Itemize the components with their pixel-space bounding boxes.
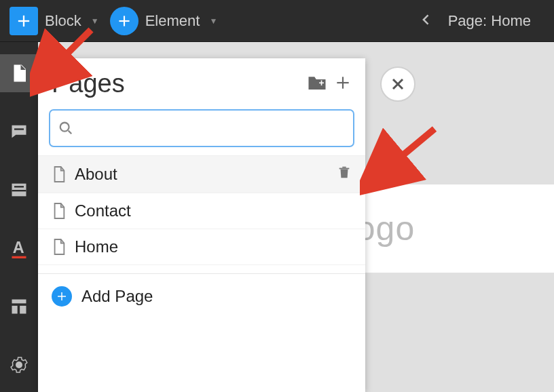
svg-point-12 [60,123,69,132]
svg-line-13 [69,131,72,134]
sidebar-item-sections[interactable] [0,171,38,209]
svg-rect-3 [12,190,26,191]
svg-rect-7 [12,306,18,314]
sidebar-item-layout[interactable] [0,288,38,326]
plus-icon[interactable] [334,74,352,94]
chevron-left-icon [420,9,433,33]
search-icon [58,121,73,136]
sidebar-item-pages[interactable] [0,54,38,92]
search-container [38,105,365,155]
page-name: Home [75,237,118,256]
layout-icon [10,297,29,316]
pages-panel: Pages + About Contact [38,58,365,392]
left-sidebar: A [0,42,38,392]
add-page-label: Add Page [81,287,153,306]
caret-down-icon: ▼ [91,16,99,26]
add-page-button[interactable]: Add Page [38,273,365,319]
current-page-label: Page: Home [448,12,531,30]
comment-icon [10,122,29,141]
close-icon [390,76,406,92]
page-icon [52,238,67,256]
add-element-icon [110,7,138,35]
svg-rect-8 [20,306,26,314]
panel-actions: + [307,74,352,94]
text-icon: A [10,238,29,258]
plus-circle-icon [52,286,72,307]
page-row-about[interactable]: About [38,156,365,193]
panel-header: Pages + [38,58,365,105]
gear-icon [9,355,29,375]
svg-text:+: + [319,78,325,88]
panel-title: Pages [52,69,125,98]
block-dropdown[interactable]: Block ▼ [10,7,99,35]
search-box[interactable] [49,109,354,147]
element-label: Element [145,12,200,30]
svg-rect-6 [12,300,26,304]
svg-rect-0 [14,128,24,130]
svg-rect-2 [14,186,24,187]
top-toolbar: Block ▼ Element ▼ Page: Home [0,0,554,42]
page-row-home[interactable]: Home [38,229,365,265]
page-nav[interactable]: Page: Home [420,9,544,33]
page-icon [52,202,67,220]
svg-rect-5 [12,256,26,258]
page-icon [9,63,29,83]
sidebar-item-text[interactable]: A [0,229,38,267]
page-list: About Contact Home [38,155,365,265]
caret-down-icon: ▼ [209,16,217,26]
svg-text:A: A [13,239,24,256]
folder-add-icon[interactable]: + [307,74,327,94]
close-panel-button[interactable] [380,66,416,102]
add-block-icon [10,7,38,35]
sidebar-item-comments[interactable] [0,113,38,151]
element-dropdown[interactable]: Element ▼ [110,7,218,35]
sidebar-item-settings[interactable] [0,346,38,384]
section-icon [10,180,29,199]
page-row-contact[interactable]: Contact [38,193,365,229]
search-input[interactable] [79,119,345,137]
page-icon [52,165,67,183]
page-name: About [75,165,117,184]
trash-icon[interactable] [337,164,352,184]
page-name: Contact [75,201,131,220]
block-label: Block [45,12,81,30]
